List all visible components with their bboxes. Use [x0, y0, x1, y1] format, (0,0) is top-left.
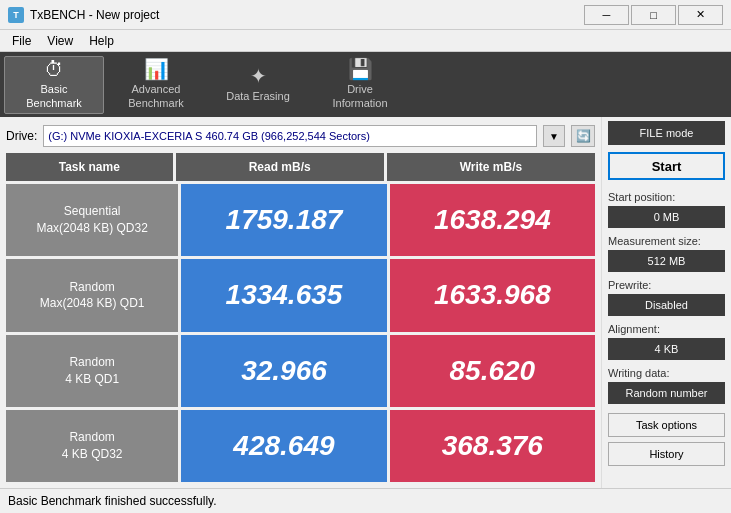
bench-row-1-write: 1633.968: [390, 259, 595, 331]
writing-data-value[interactable]: Random number: [608, 382, 725, 404]
bench-row-1: Random Max(2048 KB) QD1 1334.635 1633.96…: [6, 259, 595, 331]
bench-row-3-label: Random 4 KB QD32: [6, 410, 178, 482]
toolbar-basic-benchmark[interactable]: ⏱ Basic Benchmark: [4, 56, 104, 114]
file-mode-button[interactable]: FILE mode: [608, 121, 725, 145]
toolbar-advanced-benchmark-label: Advanced Benchmark: [128, 83, 184, 109]
task-options-button[interactable]: Task options: [608, 413, 725, 437]
start-position-label: Start position:: [608, 191, 725, 203]
drive-information-icon: 💾: [348, 59, 373, 79]
alignment-value[interactable]: 4 KB: [608, 338, 725, 360]
start-position-value[interactable]: 0 MB: [608, 206, 725, 228]
benchmark-table: Task name Read mB/s Write mB/s Sequentia…: [6, 153, 595, 482]
bench-row-2-label: Random 4 KB QD1: [6, 335, 178, 407]
maximize-button[interactable]: □: [631, 5, 676, 25]
bench-row-1-read: 1334.635: [181, 259, 386, 331]
title-bar-left: T TxBENCH - New project: [8, 7, 159, 23]
header-write-mbs: Write mB/s: [387, 153, 595, 181]
menu-help[interactable]: Help: [81, 32, 122, 50]
title-bar: T TxBENCH - New project ─ □ ✕: [0, 0, 731, 30]
alignment-label: Alignment:: [608, 323, 725, 335]
bench-row-0-read: 1759.187: [181, 184, 386, 256]
drive-refresh-button[interactable]: 🔄: [571, 125, 595, 147]
left-panel: Drive: (G:) NVMe KIOXIA-EXCERIA S 460.74…: [0, 117, 601, 488]
toolbar-drive-information-label: Drive Information: [332, 83, 387, 109]
minimize-button[interactable]: ─: [584, 5, 629, 25]
measurement-size-label: Measurement size:: [608, 235, 725, 247]
benchmark-header: Task name Read mB/s Write mB/s: [6, 153, 595, 181]
main-content: Drive: (G:) NVMe KIOXIA-EXCERIA S 460.74…: [0, 117, 731, 488]
close-button[interactable]: ✕: [678, 5, 723, 25]
title-bar-buttons: ─ □ ✕: [584, 5, 723, 25]
header-read-mbs: Read mB/s: [176, 153, 384, 181]
bench-row-2-read: 32.966: [181, 335, 386, 407]
drive-select-display: (G:) NVMe KIOXIA-EXCERIA S 460.74 GB (96…: [43, 125, 537, 147]
prewrite-label: Prewrite:: [608, 279, 725, 291]
start-button[interactable]: Start: [608, 152, 725, 180]
writing-data-label: Writing data:: [608, 367, 725, 379]
menu-bar: File View Help: [0, 30, 731, 52]
app-icon: T: [8, 7, 24, 23]
bench-row-0: Sequential Max(2048 KB) QD32 1759.187 16…: [6, 184, 595, 256]
drive-dropdown-button[interactable]: ▼: [543, 125, 565, 147]
bench-row-3: Random 4 KB QD32 428.649 368.376: [6, 410, 595, 482]
toolbar-drive-information[interactable]: 💾 Drive Information: [310, 56, 410, 114]
menu-view[interactable]: View: [39, 32, 81, 50]
toolbar-data-erasing-label: Data Erasing: [226, 90, 290, 103]
bench-row-2: Random 4 KB QD1 32.966 85.620: [6, 335, 595, 407]
drive-bar: Drive: (G:) NVMe KIOXIA-EXCERIA S 460.74…: [6, 123, 595, 149]
basic-benchmark-icon: ⏱: [44, 59, 64, 79]
drive-label: Drive:: [6, 129, 37, 143]
bench-row-3-read: 428.649: [181, 410, 386, 482]
refresh-icon: 🔄: [576, 129, 591, 143]
toolbar-data-erasing[interactable]: ✦ Data Erasing: [208, 56, 308, 114]
bench-row-0-label: Sequential Max(2048 KB) QD32: [6, 184, 178, 256]
data-erasing-icon: ✦: [250, 66, 267, 86]
bench-row-3-write: 368.376: [390, 410, 595, 482]
prewrite-value[interactable]: Disabled: [608, 294, 725, 316]
header-task-name: Task name: [6, 153, 173, 181]
history-button[interactable]: History: [608, 442, 725, 466]
right-panel: FILE mode Start Start position: 0 MB Mea…: [601, 117, 731, 488]
toolbar-basic-benchmark-label: Basic Benchmark: [26, 83, 82, 109]
menu-file[interactable]: File: [4, 32, 39, 50]
advanced-benchmark-icon: 📊: [144, 59, 169, 79]
status-text: Basic Benchmark finished successfully.: [8, 494, 217, 508]
status-bar: Basic Benchmark finished successfully.: [0, 488, 731, 513]
bench-row-1-label: Random Max(2048 KB) QD1: [6, 259, 178, 331]
toolbar: ⏱ Basic Benchmark 📊 Advanced Benchmark ✦…: [0, 52, 731, 117]
drive-select-text: (G:) NVMe KIOXIA-EXCERIA S 460.74 GB (96…: [48, 130, 532, 142]
measurement-size-value[interactable]: 512 MB: [608, 250, 725, 272]
bench-row-0-write: 1638.294: [390, 184, 595, 256]
app-title: TxBENCH - New project: [30, 8, 159, 22]
bench-row-2-write: 85.620: [390, 335, 595, 407]
toolbar-advanced-benchmark[interactable]: 📊 Advanced Benchmark: [106, 56, 206, 114]
